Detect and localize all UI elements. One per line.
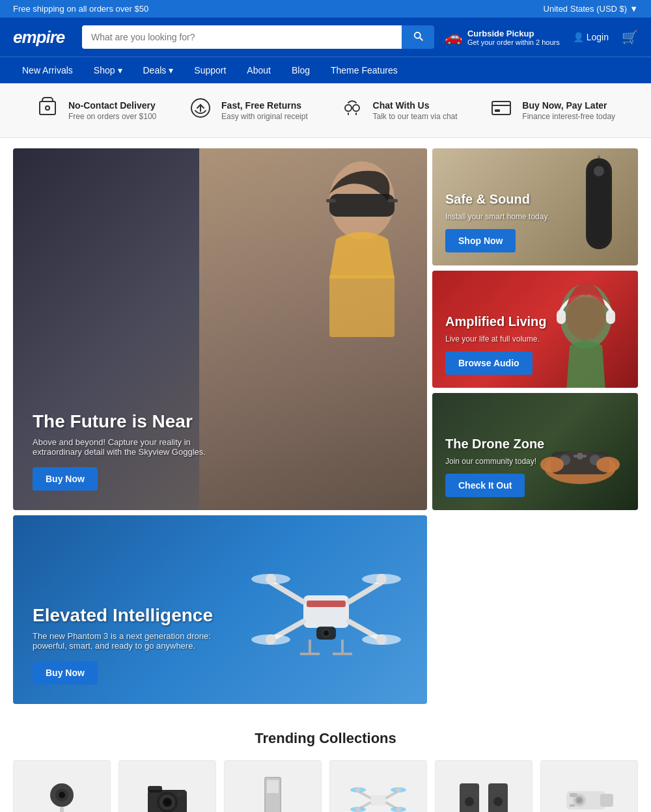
svg-rect-17 bbox=[557, 310, 566, 324]
projector-product-img bbox=[560, 777, 618, 812]
svg-point-1 bbox=[46, 106, 49, 110]
svg-rect-85 bbox=[600, 794, 613, 807]
svg-rect-5 bbox=[492, 102, 510, 115]
svg-rect-11 bbox=[329, 275, 395, 337]
collection-smart-home[interactable]: Smart Home bbox=[13, 760, 111, 812]
svg-point-76 bbox=[355, 807, 361, 812]
drone-illustration bbox=[245, 543, 408, 673]
cart-button[interactable]: 🛒 bbox=[622, 29, 638, 45]
svg-point-75 bbox=[396, 787, 401, 792]
logo[interactable]: empire bbox=[13, 27, 72, 47]
svg-rect-10 bbox=[388, 199, 398, 202]
svg-point-39 bbox=[266, 634, 276, 645]
deals-chevron-icon: ▾ bbox=[169, 65, 173, 75]
curbside-pickup[interactable]: 🚗 Curbside Pickup Get your order within … bbox=[445, 29, 560, 46]
svg-point-88 bbox=[577, 798, 581, 802]
svg-point-4 bbox=[353, 105, 359, 111]
nav-new-arrivals[interactable]: New Arrivals bbox=[13, 57, 82, 83]
hero-grid: The Future is Near Above and beyond! Cap… bbox=[0, 148, 651, 704]
nav-theme-features[interactable]: Theme Features bbox=[322, 57, 407, 83]
svg-rect-0 bbox=[40, 102, 55, 115]
collection-audio[interactable]: Audio bbox=[435, 760, 533, 812]
svg-point-3 bbox=[345, 105, 352, 111]
collection-img-new-arrivals bbox=[541, 761, 637, 812]
svg-point-37 bbox=[266, 574, 276, 584]
hero-drone-zone-button[interactable]: Check It Out bbox=[445, 474, 525, 497]
svg-point-74 bbox=[355, 787, 361, 792]
hero-smart-desc: Install your smart home today. bbox=[445, 212, 549, 221]
hero-audio: Amplified Living Live your life at full … bbox=[432, 271, 638, 388]
header-actions: 🚗 Curbside Pickup Get your order within … bbox=[445, 29, 638, 46]
curbside-text: Curbside Pickup Get your order within 2 … bbox=[467, 29, 560, 46]
hero-drone-zone-content: The Drone Zone Join our community today!… bbox=[445, 437, 544, 497]
drone-controller-illustration bbox=[538, 409, 622, 494]
svg-point-80 bbox=[465, 797, 474, 806]
hero-main-drone: Elevated Intelligence The new Phantom 3 … bbox=[13, 515, 427, 704]
shop-chevron-icon: ▾ bbox=[118, 65, 122, 75]
svg-rect-41 bbox=[307, 601, 346, 607]
hero-smart-content: Safe & Sound Install your smart home tod… bbox=[445, 192, 549, 252]
user-icon: 👤 bbox=[573, 32, 584, 42]
feature-title-returns: Fast, Free Returns bbox=[221, 100, 308, 111]
feature-returns: Fast, Free Returns Easy with original re… bbox=[189, 96, 308, 124]
svg-rect-89 bbox=[570, 793, 577, 797]
collection-img-drones bbox=[330, 761, 426, 812]
collection-img-health bbox=[225, 761, 321, 812]
nav-shop[interactable]: Shop ▾ bbox=[85, 57, 132, 83]
curbside-icon: 🚗 bbox=[445, 29, 462, 46]
feature-title-chat: Chat With Us bbox=[373, 100, 458, 111]
features-bar: No-Contact Delivery Free on orders over … bbox=[0, 83, 651, 138]
no-contact-icon bbox=[36, 96, 59, 124]
collection-img-cameras bbox=[119, 761, 215, 812]
svg-point-27 bbox=[596, 457, 620, 472]
svg-rect-65 bbox=[370, 795, 387, 805]
curbside-title: Curbside Pickup bbox=[467, 29, 560, 38]
smart-speaker-illustration bbox=[573, 155, 625, 259]
hero-vr-desc: Above and beyond! Capture your reality i… bbox=[33, 437, 228, 457]
free-shipping-text: Free shipping on all orders over $50 bbox=[13, 4, 148, 14]
nav-about[interactable]: About bbox=[238, 57, 280, 83]
currency-selector[interactable]: United States (USD $) ▼ bbox=[544, 4, 638, 14]
collection-health-monitors[interactable]: Health Monitors bbox=[224, 760, 322, 812]
hero-drone-title: Elevated Intelligence bbox=[33, 605, 228, 626]
nav-deals[interactable]: Deals ▾ bbox=[134, 57, 183, 83]
svg-rect-60 bbox=[177, 792, 184, 796]
nav-blog[interactable]: Blog bbox=[283, 57, 319, 83]
collection-img-audio bbox=[436, 761, 532, 812]
collection-cameras[interactable]: Cameras bbox=[118, 760, 216, 812]
hero-drone-zone-title: The Drone Zone bbox=[445, 437, 544, 452]
camera-product-img bbox=[141, 777, 193, 812]
login-label: Login bbox=[587, 32, 609, 42]
search-bar bbox=[82, 25, 434, 49]
svg-rect-63 bbox=[267, 780, 279, 793]
svg-rect-18 bbox=[606, 310, 615, 324]
hero-drone-buy-button[interactable]: Buy Now bbox=[33, 661, 98, 684]
collection-drones[interactable]: Drones bbox=[329, 760, 427, 812]
hero-audio-browse-button[interactable]: Browse Audio bbox=[445, 351, 533, 375]
svg-rect-90 bbox=[570, 804, 575, 807]
svg-point-59 bbox=[165, 800, 169, 804]
svg-point-14 bbox=[594, 166, 604, 176]
hero-vr-content: The Future is Near Above and beyond! Cap… bbox=[33, 411, 228, 491]
hero-smart-home: Safe & Sound Install your smart home tod… bbox=[432, 148, 638, 265]
svg-point-51 bbox=[59, 792, 65, 798]
svg-rect-25 bbox=[577, 453, 583, 459]
hero-vr-buy-button[interactable]: Buy Now bbox=[33, 467, 98, 491]
hero-smart-shop-button[interactable]: Shop Now bbox=[445, 229, 516, 252]
cart-icon: 🛒 bbox=[622, 30, 638, 44]
login-button[interactable]: 👤 Login bbox=[573, 32, 609, 42]
collections-grid: Smart Home Cameras Health bbox=[0, 760, 651, 812]
nav-support[interactable]: Support bbox=[185, 57, 235, 83]
search-button[interactable] bbox=[402, 25, 434, 49]
audio-person-illustration bbox=[539, 271, 631, 388]
hero-drone-zone-desc: Join our community today! bbox=[445, 457, 544, 466]
chevron-down-icon: ▼ bbox=[630, 4, 638, 14]
collection-new-arrivals[interactable]: New Arrivals bbox=[540, 760, 638, 812]
health-monitor-product-img bbox=[250, 774, 296, 812]
search-input[interactable] bbox=[82, 25, 402, 49]
main-nav: New Arrivals Shop ▾ Deals ▾ Support Abou… bbox=[0, 57, 651, 83]
hero-audio-title: Amplified Living bbox=[445, 314, 547, 329]
hero-main-vr: The Future is Near Above and beyond! Cap… bbox=[13, 148, 427, 510]
svg-point-40 bbox=[376, 634, 387, 645]
hero-drone-desc: The new Phantom 3 is a next generation d… bbox=[33, 631, 228, 651]
